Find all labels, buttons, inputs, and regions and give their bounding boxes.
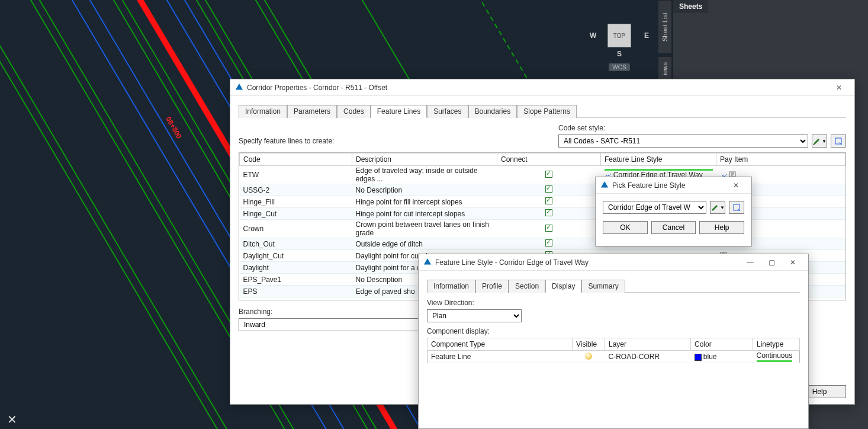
tab-feature-lines[interactable]: Feature Lines	[371, 105, 427, 118]
pencil-icon	[812, 137, 821, 145]
compdisp-label: Component display:	[427, 327, 800, 335]
cell-connect[interactable]	[497, 166, 601, 184]
svg-rect-18	[813, 144, 815, 145]
tab-display[interactable]: Display	[545, 280, 581, 293]
cell-code: Crown	[240, 220, 352, 238]
cell-desc: No Description	[352, 184, 497, 196]
viewcube-west[interactable]: W	[590, 31, 596, 40]
table-row[interactable]: Hinge_CutHinge point for cut intercept s…	[240, 208, 846, 220]
pick-fls-select[interactable]: Corridor Edge of Travel W	[603, 201, 706, 214]
th-desc[interactable]: Description	[352, 153, 497, 166]
viewcube-top-face[interactable]: TOP	[607, 24, 631, 47]
cell-connect[interactable]	[497, 208, 601, 220]
table-row[interactable]: Ditch_OutOutside edge of ditch	[240, 238, 846, 250]
cell-desc: Hinge point for cut intercept slopes	[352, 208, 497, 220]
pick-edit-button[interactable]: ▼	[710, 201, 725, 214]
pick-fls-dialog: Pick Feature Line Style ✕ Corridor Edge …	[595, 177, 752, 246]
pick-select-in-drawing-button[interactable]	[729, 201, 744, 214]
pick-cancel-button[interactable]: Cancel	[651, 221, 696, 234]
th-comptype[interactable]: Component Type	[427, 338, 573, 351]
th-connect[interactable]: Connect	[497, 153, 601, 166]
app-icon	[235, 84, 243, 92]
tab-profile[interactable]: Profile	[475, 280, 509, 293]
lightbulb-icon	[585, 353, 592, 360]
tab-information[interactable]: Information	[427, 280, 475, 293]
table-row[interactable]: USSG-2No Description	[240, 184, 846, 196]
cell-layer[interactable]: C-ROAD-CORR	[605, 351, 691, 363]
viewcube-east[interactable]: E	[644, 31, 649, 40]
pick-close-button[interactable]: ✕	[725, 178, 747, 193]
side-tab-views[interactable]: iews	[658, 56, 671, 80]
th-layer[interactable]: Layer	[605, 338, 691, 351]
svg-line-0	[0, 12, 237, 429]
pick-titlebar[interactable]: Pick Feature Line Style ✕	[596, 177, 751, 194]
tab-surfaces[interactable]: Surfaces	[427, 105, 468, 118]
table-row[interactable]: ETWEdge of traveled way; inside or outsi…	[240, 166, 846, 184]
cell-code: USSG-2	[240, 184, 352, 196]
fls-tabs: InformationProfileSectionDisplaySummary	[427, 279, 800, 293]
cell-connect[interactable]	[497, 196, 601, 208]
table-row[interactable]: Hinge_FillHinge point for fill intercept…	[240, 196, 846, 208]
th-code[interactable]: Code	[240, 153, 352, 166]
corridor-title: Corridor Properties - Corridor - R511 - …	[247, 84, 828, 92]
viewcube-south[interactable]: S	[617, 50, 622, 58]
tab-boundaries[interactable]: Boundaries	[468, 105, 517, 118]
cell-code: EPS_Pave1	[240, 274, 352, 286]
viewdir-label: View Direction:	[427, 299, 800, 307]
cell-desc: Hinge point for fill intercept slopes	[352, 196, 497, 208]
table-row[interactable]: Feature Line C-ROAD-CORR blue Continuous	[427, 351, 800, 363]
corridor-close-button[interactable]: ✕	[828, 81, 850, 95]
tab-parameters[interactable]: Parameters	[287, 105, 337, 118]
fls-close-button[interactable]: ✕	[782, 255, 803, 270]
th-linetype[interactable]: Linetype	[753, 338, 800, 351]
sheets-tab[interactable]: Sheets	[673, 0, 708, 13]
th-pay[interactable]: Pay Item	[716, 153, 846, 166]
codeset-pick-button[interactable]	[831, 135, 846, 148]
app-icon	[600, 181, 609, 190]
cell-code: ETW	[240, 166, 352, 184]
cell-connect[interactable]	[497, 238, 601, 250]
checkbox-icon	[545, 197, 552, 204]
pick-ok-button[interactable]: OK	[603, 221, 648, 234]
viewdir-select[interactable]: Plan	[427, 309, 522, 322]
color-swatch	[695, 354, 702, 361]
cell-code: Daylight_Fill	[240, 297, 352, 301]
codeset-edit-button[interactable]: ▼	[812, 135, 827, 148]
close-x-icon[interactable]: ✕	[7, 412, 17, 427]
fls-max-button[interactable]: ▢	[761, 255, 782, 270]
cell-code: Hinge_Fill	[240, 196, 352, 208]
cell-code: Daylight	[240, 262, 352, 274]
specify-label: Specify feature lines to create:	[239, 137, 535, 145]
pick-icon	[732, 203, 741, 212]
cell-comptype: Feature Line	[427, 351, 573, 363]
tab-summary[interactable]: Summary	[581, 280, 625, 293]
cell-connect[interactable]	[497, 184, 601, 196]
cell-code: Hinge_Cut	[240, 208, 352, 220]
pencil-icon	[711, 203, 719, 212]
fls-min-button[interactable]: —	[740, 255, 761, 270]
th-visible[interactable]: Visible	[573, 338, 605, 351]
pick-help-button[interactable]: Help	[699, 221, 744, 234]
codeset-select[interactable]: All Codes - SATC -R511	[558, 135, 808, 148]
tab-slope-patterns[interactable]: Slope Patterns	[517, 105, 577, 118]
cell-color[interactable]: blue	[691, 351, 753, 363]
tab-information[interactable]: Information	[239, 105, 287, 118]
svg-line-1	[0, 6, 243, 429]
cell-linetype[interactable]: Continuous	[753, 351, 800, 363]
side-tab-sheet-list[interactable]: Sheet List	[658, 0, 671, 53]
checkbox-icon	[545, 209, 552, 216]
svg-text:08+800: 08+800	[164, 116, 183, 140]
th-fls[interactable]: Feature Line Style	[601, 153, 716, 166]
cell-connect[interactable]	[497, 220, 601, 238]
cell-code: Ditch_Out	[240, 238, 352, 250]
fls-titlebar[interactable]: Feature Line Style - Corridor Edge of Tr…	[419, 254, 808, 271]
cell-visible[interactable]	[573, 351, 605, 363]
corridor-titlebar[interactable]: Corridor Properties - Corridor - R511 - …	[230, 79, 854, 96]
table-row[interactable]: CrownCrown point between travel lanes on…	[240, 220, 846, 238]
wcs-button[interactable]: WCS	[609, 63, 629, 71]
tab-section[interactable]: Section	[509, 280, 545, 293]
th-color[interactable]: Color	[691, 338, 753, 351]
corridor-tabs: InformationParametersCodesFeature LinesS…	[239, 104, 846, 118]
view-cube[interactable]: W E S TOP WCS	[584, 0, 655, 71]
tab-codes[interactable]: Codes	[337, 105, 371, 118]
